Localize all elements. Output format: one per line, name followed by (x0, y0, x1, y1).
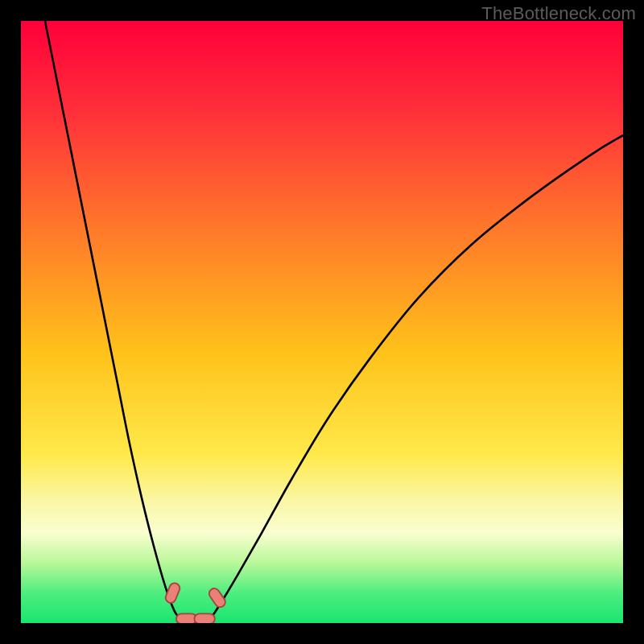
marker-right (207, 587, 227, 609)
marker-group (164, 581, 228, 623)
marker-bottom-right (194, 613, 214, 623)
plot-area (21, 21, 623, 623)
watermark-text: TheBottleneck.com (481, 3, 636, 24)
chart-frame: TheBottleneck.com (0, 0, 644, 644)
right-curve (208, 135, 623, 623)
marker-left (164, 581, 181, 604)
left-curve (45, 21, 184, 623)
curves-layer (21, 21, 623, 623)
